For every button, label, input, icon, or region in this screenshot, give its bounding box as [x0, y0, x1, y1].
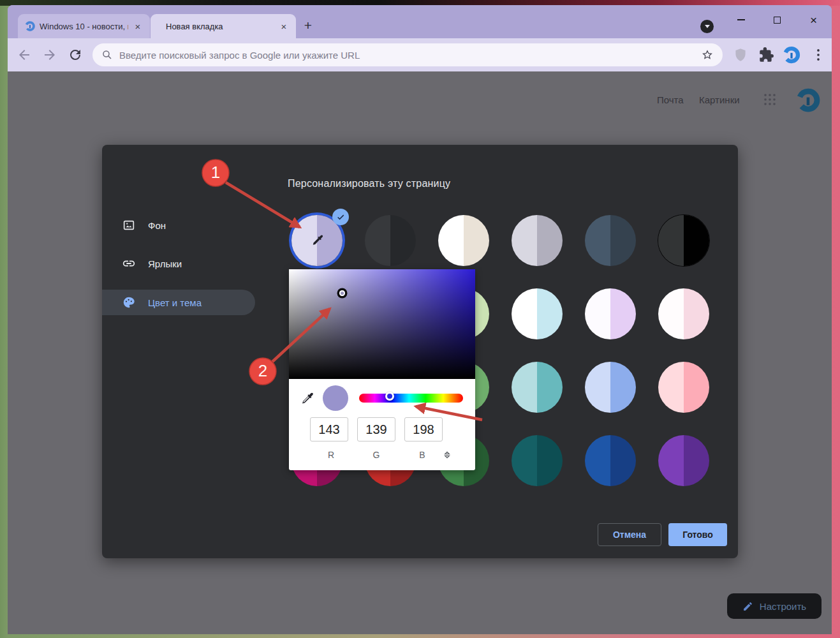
close-icon: × [810, 14, 817, 26]
tab-new-tab[interactable]: Новая вкладка × [151, 14, 296, 38]
tab-close-icon[interactable]: × [278, 21, 290, 32]
theme-color-swatch[interactable] [658, 362, 709, 413]
minimize-icon [737, 19, 745, 20]
red-label: R [325, 450, 337, 460]
custom-color-swatch[interactable] [291, 215, 343, 266]
tab-strip: Windows 10 - новости, инструкци × Новая … [8, 5, 832, 38]
tab-search-button[interactable] [700, 20, 714, 33]
sidebar-item-label: Ярлыки [148, 258, 182, 269]
sidebar-item-label: Фон [148, 220, 166, 231]
mail-link[interactable]: Почта [657, 94, 684, 105]
tab-close-icon[interactable]: × [132, 21, 144, 32]
images-link[interactable]: Картинки [699, 94, 740, 105]
address-input[interactable] [119, 50, 701, 61]
bookmark-star-icon[interactable] [701, 48, 714, 61]
theme-color-swatch[interactable] [585, 435, 636, 486]
tab-title: Windows 10 - новости, инструкци [40, 22, 128, 31]
theme-color-swatch[interactable] [512, 215, 563, 266]
link-icon [122, 256, 136, 271]
pencil-icon [742, 601, 753, 612]
extensions-puzzle-icon[interactable] [758, 47, 774, 63]
theme-color-swatch[interactable] [658, 288, 709, 339]
theme-color-swatch[interactable] [585, 288, 636, 339]
new-tab-page: Почта Картинки Персонализировать эту стр… [8, 71, 832, 634]
reload-button[interactable] [68, 47, 83, 63]
selected-check-badge [332, 209, 349, 225]
hue-slider-thumb[interactable] [385, 392, 394, 401]
browser-window: Windows 10 - новости, инструкци × Новая … [8, 5, 832, 634]
current-color-preview [323, 385, 348, 411]
tab-title: Новая вкладка [166, 22, 274, 31]
theme-color-swatch[interactable] [512, 435, 563, 486]
shield-icon[interactable] [732, 47, 749, 63]
sidebar-item-label: Цвет и тема [148, 297, 202, 308]
theme-color-swatch[interactable] [585, 362, 636, 413]
caret-down-icon [705, 25, 710, 28]
tab-windows10[interactable]: Windows 10 - новости, инструкци × [18, 14, 150, 38]
new-tab-button[interactable]: + [300, 18, 316, 34]
window-controls: × [723, 5, 832, 34]
close-button[interactable]: × [795, 5, 832, 34]
palette-icon [122, 295, 136, 309]
back-button[interactable] [17, 47, 32, 63]
customize-page-button[interactable]: Настроить [727, 593, 822, 619]
theme-color-swatch[interactable] [585, 215, 636, 266]
customize-button-label: Настроить [760, 601, 806, 612]
sidebar-item-color-theme[interactable]: Цвет и тема [102, 290, 255, 315]
address-bar[interactable] [92, 43, 723, 66]
maximize-icon [774, 17, 781, 24]
theme-color-swatch[interactable] [512, 362, 563, 413]
theme-color-swatch[interactable] [658, 215, 709, 266]
minimize-button[interactable] [723, 5, 759, 34]
green-value-input[interactable] [357, 417, 395, 441]
sidebar-item-shortcuts[interactable]: Ярлыки [102, 251, 255, 276]
site-logo-large-icon[interactable] [795, 87, 822, 114]
done-button[interactable]: Готово [668, 523, 727, 546]
eyedropper-icon[interactable] [300, 390, 315, 406]
theme-color-swatch[interactable] [658, 435, 709, 486]
search-icon [101, 49, 113, 61]
browser-toolbar [8, 38, 832, 71]
forward-button[interactable] [42, 47, 57, 63]
eyedropper-icon [311, 233, 325, 247]
image-icon [122, 218, 136, 232]
customize-dialog: Персонализировать эту страницу Фон Ярлык… [102, 145, 738, 558]
check-icon [336, 212, 345, 221]
green-label: G [370, 450, 383, 460]
color-picker-popup: R G B [289, 269, 475, 470]
red-value-input[interactable] [310, 417, 348, 441]
blue-label: B [416, 450, 429, 460]
blue-value-input[interactable] [404, 417, 443, 441]
saturation-value-area[interactable] [289, 269, 475, 379]
hue-slider[interactable] [359, 394, 463, 403]
sidebar-item-background[interactable]: Фон [102, 212, 255, 238]
kebab-menu-icon[interactable] [810, 47, 827, 63]
profile-logo-icon[interactable] [782, 45, 801, 64]
apps-grid-icon[interactable] [762, 92, 777, 107]
maximize-button[interactable] [759, 5, 795, 34]
dialog-title: Персонализировать эту страницу [288, 178, 450, 189]
cancel-button[interactable]: Отмена [598, 523, 661, 546]
format-stepper-icon[interactable] [442, 450, 452, 460]
color-selector-cursor[interactable] [339, 290, 345, 296]
site-logo-icon [24, 20, 36, 32]
theme-color-swatch[interactable] [365, 215, 416, 266]
theme-color-swatch[interactable] [438, 215, 489, 266]
theme-color-swatch[interactable] [512, 288, 563, 339]
